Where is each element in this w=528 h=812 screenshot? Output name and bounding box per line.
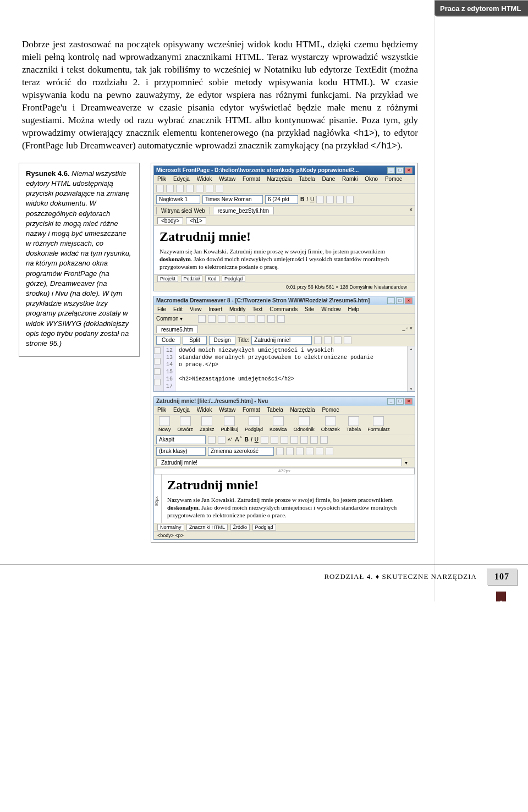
menu-file[interactable]: File	[157, 306, 166, 312]
align-icon[interactable]	[300, 436, 308, 444]
dreamweaver-menubar[interactable]: File Edit View Insert Modify Text Comman…	[154, 305, 415, 314]
toolbar-icon[interactable]	[248, 315, 255, 323]
align-icon[interactable]	[336, 196, 344, 203]
minimize-icon[interactable]: _	[387, 297, 395, 304]
view-tags[interactable]: Znaczniki HTML	[186, 524, 228, 531]
align-icon[interactable]	[346, 196, 354, 203]
view-design[interactable]: Projekt	[157, 275, 178, 282]
publish-button[interactable]: Publikuj	[219, 416, 241, 433]
toolbar-icon[interactable]	[176, 185, 184, 192]
menu-format[interactable]: Format	[243, 176, 260, 182]
list-icon[interactable]	[271, 436, 278, 444]
new-button[interactable]: Nowy	[156, 416, 173, 433]
align-icon[interactable]	[310, 436, 318, 444]
toolbar-icon[interactable]	[306, 448, 314, 455]
tab-dropdown-icon[interactable]: ▾	[405, 460, 408, 466]
menu-table[interactable]: Tabela	[299, 176, 315, 182]
toolbar-icon[interactable]	[314, 336, 322, 344]
view-normal[interactable]: Normalny	[157, 524, 184, 531]
menu-commands[interactable]: Commands	[270, 306, 298, 312]
toolbar-icon[interactable]	[326, 448, 333, 455]
doc-tab[interactable]: resume5.htm	[156, 325, 198, 333]
menu-view[interactable]: View	[190, 306, 202, 312]
toolbar-icon[interactable]	[156, 185, 164, 192]
toolbar-icon[interactable]	[198, 315, 206, 323]
menu-file[interactable]: Plik	[157, 407, 166, 413]
toolbar-icon[interactable]	[296, 448, 304, 455]
view-split[interactable]: Podział	[181, 275, 203, 282]
toolbar-icon[interactable]	[218, 315, 226, 323]
tab-website[interactable]: Witryna sieci Web	[156, 207, 210, 214]
toolbar-icon[interactable]	[276, 448, 284, 455]
menu-frames[interactable]: Ramki	[342, 176, 358, 182]
underline-icon[interactable]: U	[255, 437, 258, 443]
font-larger-icon[interactable]: A˄	[235, 436, 242, 443]
menu-help[interactable]: Help	[348, 306, 359, 312]
menu-text[interactable]: Text	[252, 306, 262, 312]
anchor-button[interactable]: Kotwica	[267, 416, 289, 433]
size-dropdown[interactable]: 6 (24 pkt	[265, 195, 298, 204]
toolbar-icon[interactable]	[206, 185, 213, 192]
open-button[interactable]: Otwórz	[175, 416, 196, 433]
align-icon[interactable]	[320, 436, 328, 444]
code-gutter-icon[interactable]	[154, 347, 161, 354]
menu-insert[interactable]: Wstaw	[219, 407, 235, 413]
toolbar-icon[interactable]	[218, 436, 226, 444]
view-preview[interactable]: Podgląd	[222, 275, 245, 282]
toolbar-icon[interactable]	[277, 315, 285, 323]
paragraph-dropdown[interactable]: Akapit	[156, 435, 206, 444]
menu-tools[interactable]: Narzędzia	[267, 176, 292, 182]
menu-view[interactable]: Widok	[197, 407, 212, 413]
frontpage-content[interactable]: Zatrudnij mnie! Nazywam się Jan Kowalski…	[154, 226, 415, 274]
toolbar-icon[interactable]	[228, 315, 235, 323]
code-lines[interactable]: dowód moich niezwykłych umiejętności i w…	[175, 346, 407, 391]
toolbar-icon[interactable]	[344, 336, 351, 344]
menu-window[interactable]: Window	[321, 306, 341, 312]
close-icon[interactable]: ×	[405, 297, 413, 304]
toolbar-icon[interactable]	[257, 315, 265, 323]
doc-window-controls[interactable]: _ ▫ ×	[403, 325, 413, 331]
toolbar-icon[interactable]	[238, 315, 245, 323]
minimize-icon[interactable]: _	[387, 398, 395, 405]
align-icon[interactable]	[316, 196, 324, 203]
nvu-menubar[interactable]: Plik Edycja Widok Wstaw Format Tabela Na…	[154, 406, 415, 415]
maximize-icon[interactable]: □	[396, 297, 404, 304]
nvu-content[interactable]: Zatrudnij mnie! Nazywam sie Jan Kowalski…	[162, 474, 415, 523]
scroll-up-icon[interactable]: ▴	[408, 346, 415, 351]
menu-file[interactable]: Plik	[157, 176, 166, 182]
close-icon[interactable]: ×	[405, 398, 413, 405]
image-button[interactable]: Obrazek	[319, 416, 342, 433]
form-button[interactable]: Formularz	[365, 416, 392, 433]
menu-edit[interactable]: Edycja	[173, 176, 190, 182]
italic-icon[interactable]: I	[251, 437, 252, 443]
doc-tab[interactable]: Zatrudnij mnie!	[156, 459, 402, 466]
maximize-icon[interactable]: □	[396, 398, 404, 405]
close-icon[interactable]: ×	[405, 167, 413, 174]
menu-table[interactable]: Tabela	[267, 407, 283, 413]
toolbar-icon[interactable]	[216, 185, 223, 192]
minimize-icon[interactable]: _	[387, 167, 395, 174]
menu-insert[interactable]: Insert	[208, 306, 222, 312]
view-code[interactable]: Kod	[205, 275, 219, 282]
menu-edit[interactable]: Edit	[173, 306, 183, 312]
class-dropdown[interactable]: (brak klasy)	[156, 447, 206, 456]
menu-format[interactable]: Format	[243, 407, 260, 413]
toolbar-icon[interactable]	[316, 448, 323, 455]
view-design-button[interactable]: Design	[209, 336, 235, 345]
underline-icon[interactable]: U	[310, 196, 314, 202]
breadcrumb-body[interactable]: <body>	[157, 217, 183, 224]
preview-button[interactable]: Podgląd	[243, 416, 265, 433]
toolbar-icon[interactable]	[208, 436, 216, 444]
align-icon[interactable]	[326, 196, 334, 203]
menu-help[interactable]: Pomoc	[385, 176, 402, 182]
width-dropdown[interactable]: Zmienna szerokość	[208, 447, 274, 456]
menu-window[interactable]: Okno	[365, 176, 378, 182]
common-dropdown[interactable]: Common ▾	[156, 316, 183, 322]
code-gutter-icon[interactable]	[154, 358, 161, 364]
toolbar-icon[interactable]	[267, 315, 275, 323]
toolbar-icon[interactable]	[166, 185, 174, 192]
toolbar-icon[interactable]	[286, 448, 294, 455]
bold-icon[interactable]: B	[300, 196, 304, 202]
link-button[interactable]: Odnośnik	[292, 416, 317, 433]
dreamweaver-code-area[interactable]: 12 13 14 15 16 17 dowód moich niezwykłyc…	[154, 346, 415, 391]
